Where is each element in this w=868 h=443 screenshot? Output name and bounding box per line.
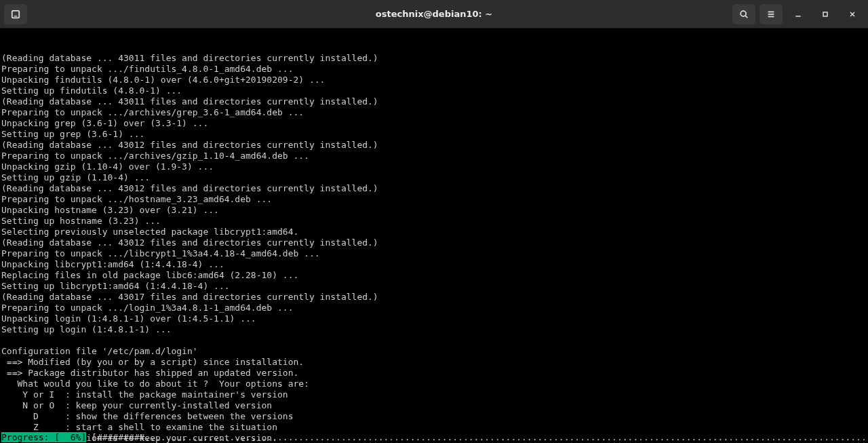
terminal-line: ==> Package distributor has shipped an u… — [1, 368, 867, 379]
svg-rect-0 — [12, 10, 20, 18]
terminal-line: What would you like to do about it ? You… — [1, 379, 867, 389]
terminal-line: Replacing files in old package libc6:amd… — [1, 270, 867, 281]
search-icon — [739, 9, 749, 19]
terminal-line: Unpacking login (1:4.8.1-1) over (1:4.5-… — [1, 313, 867, 324]
terminal-line: Setting up gzip (1.10-4) ... — [1, 172, 867, 183]
svg-rect-8 — [823, 12, 827, 16]
terminal-line: ==> Modified (by you or by a script) sin… — [1, 357, 867, 368]
terminal-line: Selecting previously unselected package … — [1, 227, 867, 237]
terminal-line: Setting up libcrypt1:amd64 (1:4.4.18-4) … — [1, 281, 867, 292]
close-button[interactable] — [841, 4, 864, 24]
terminal-line: Setting up login (1:4.8.1-1) ... — [1, 324, 867, 335]
terminal-line: Unpacking libcrypt1:amd64 (1:4.4.18-4) .… — [1, 259, 867, 270]
hamburger-menu-button[interactable] — [760, 4, 783, 24]
terminal-line: (Reading database ... 43011 files and di… — [1, 53, 867, 64]
terminal-line: Y or I : install the package maintainer'… — [1, 389, 867, 400]
progress-label: Progress: [ 6%] — [1, 432, 86, 442]
terminal-line: Unpacking findutils (4.8.0-1) over (4.6.… — [1, 75, 867, 85]
terminal-line: Configuration file '/etc/pam.d/login' — [1, 346, 867, 357]
minimize-button[interactable] — [787, 4, 810, 24]
terminal-line: Unpacking hostname (3.23) over (3.21) ..… — [1, 205, 867, 216]
terminal-output[interactable]: (Reading database ... 43011 files and di… — [0, 28, 868, 443]
terminal-line: Preparing to unpack .../archives/grep_3.… — [1, 107, 867, 118]
new-tab-button[interactable] — [4, 4, 27, 24]
terminal-line: Unpacking grep (3.6-1) over (3.3-1) ... — [1, 118, 867, 129]
svg-line-3 — [745, 16, 747, 18]
terminal-line: Setting up hostname (3.23) ... — [1, 216, 867, 227]
terminal-line: Z : start a shell to examine the situati… — [1, 422, 867, 433]
terminal-line: D : show the differences between the ver… — [1, 411, 867, 422]
terminal-line: Preparing to unpack .../archives/gzip_1.… — [1, 151, 867, 161]
terminal-line: Preparing to unpack .../libcrypt1_1%3a4.… — [1, 248, 867, 259]
terminal-icon — [11, 9, 20, 19]
terminal-line: (Reading database ... 43012 files and di… — [1, 140, 867, 151]
search-button[interactable] — [732, 4, 755, 24]
terminal-line: Preparing to unpack .../login_1%3a4.8.1-… — [1, 303, 867, 313]
window-titlebar: ostechnix@debian10: ~ — [0, 0, 868, 28]
titlebar-right-group — [732, 4, 868, 24]
progress-bar-rest: ........................................… — [144, 432, 868, 442]
terminal-line: Setting up findutils (4.8.0-1) ... — [1, 85, 867, 96]
terminal-line: (Reading database ... 43012 files and di… — [1, 237, 867, 248]
terminal-line: Preparing to unpack .../findutils_4.8.0-… — [1, 64, 867, 75]
terminal-line — [1, 335, 867, 346]
terminal-line: Unpacking gzip (1.10-4) over (1.9-3) ... — [1, 161, 867, 172]
titlebar-left-group — [0, 4, 27, 24]
terminal-line: Preparing to unpack .../hostname_3.23_am… — [1, 194, 867, 205]
terminal-line: (Reading database ... 43011 files and di… — [1, 96, 867, 107]
progress-bar-filled: ######### — [97, 432, 144, 442]
terminal-lines: (Reading database ... 43011 files and di… — [1, 53, 867, 443]
terminal-line: (Reading database ... 43017 files and di… — [1, 292, 867, 303]
maximize-icon — [821, 10, 829, 18]
progress-row: Progress: [ 6%] [#########..............… — [1, 432, 867, 443]
svg-point-2 — [741, 11, 746, 16]
close-icon — [848, 10, 856, 18]
terminal-line: N or O : keep your currently-installed v… — [1, 400, 867, 411]
terminal-line: Setting up grep (3.6-1) ... — [1, 129, 867, 140]
hamburger-icon — [766, 9, 776, 19]
maximize-button[interactable] — [814, 4, 837, 24]
terminal-line: (Reading database ... 43012 files and di… — [1, 183, 867, 194]
minimize-icon — [794, 10, 802, 18]
svg-rect-1 — [14, 16, 17, 16]
